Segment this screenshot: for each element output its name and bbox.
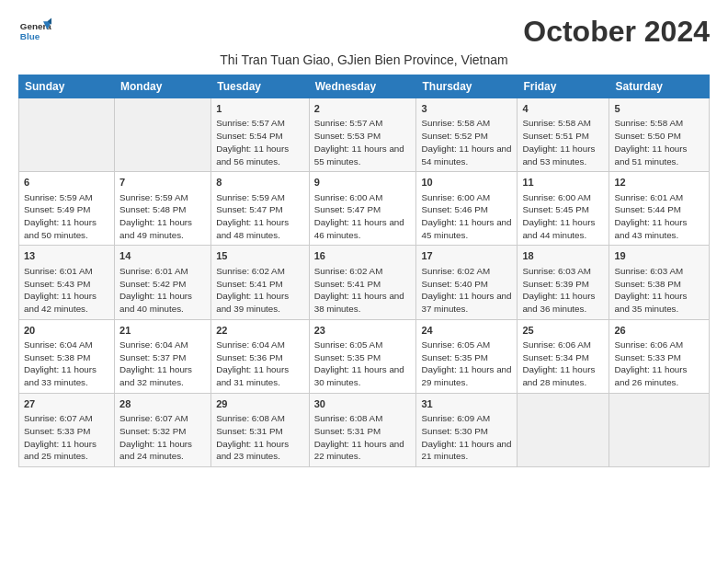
month-title: October 2024 xyxy=(523,15,710,49)
day-info: Sunrise: 6:01 AM Sunset: 5:42 PM Dayligh… xyxy=(119,265,206,316)
calendar-cell: 24Sunrise: 6:05 AM Sunset: 5:35 PM Dayli… xyxy=(416,319,518,393)
day-number: 23 xyxy=(314,324,412,338)
header-friday: Friday xyxy=(518,75,609,98)
calendar-cell: 17Sunrise: 6:02 AM Sunset: 5:40 PM Dayli… xyxy=(416,246,518,319)
day-info: Sunrise: 6:00 AM Sunset: 5:47 PM Dayligh… xyxy=(314,191,412,242)
day-number: 2 xyxy=(314,102,412,116)
day-info: Sunrise: 6:06 AM Sunset: 5:33 PM Dayligh… xyxy=(614,339,704,389)
day-number: 10 xyxy=(421,176,512,190)
day-number: 29 xyxy=(216,397,304,411)
calendar-cell: 31Sunrise: 6:09 AM Sunset: 5:30 PM Dayli… xyxy=(416,393,518,466)
day-info: Sunrise: 5:57 AM Sunset: 5:54 PM Dayligh… xyxy=(216,117,304,167)
week-row-3: 13Sunrise: 6:01 AM Sunset: 5:43 PM Dayli… xyxy=(19,246,710,319)
calendar-cell: 12Sunrise: 6:01 AM Sunset: 5:44 PM Dayli… xyxy=(609,172,710,246)
header-saturday: Saturday xyxy=(609,75,710,98)
header-sunday: Sunday xyxy=(19,75,115,98)
day-number: 18 xyxy=(522,249,604,263)
calendar-subtitle: Thi Tran Tuan Giao, GJien Bien Province,… xyxy=(18,52,710,67)
day-info: Sunrise: 6:03 AM Sunset: 5:39 PM Dayligh… xyxy=(522,265,604,316)
day-number: 25 xyxy=(522,324,604,338)
day-info: Sunrise: 5:59 AM Sunset: 5:47 PM Dayligh… xyxy=(216,191,304,242)
day-number: 24 xyxy=(421,324,512,338)
calendar-cell: 6Sunrise: 5:59 AM Sunset: 5:49 PM Daylig… xyxy=(19,172,115,246)
calendar-cell: 27Sunrise: 6:07 AM Sunset: 5:33 PM Dayli… xyxy=(19,393,115,466)
day-info: Sunrise: 6:09 AM Sunset: 5:30 PM Dayligh… xyxy=(421,412,512,463)
calendar-cell: 28Sunrise: 6:07 AM Sunset: 5:32 PM Dayli… xyxy=(115,393,211,466)
calendar-cell: 10Sunrise: 6:00 AM Sunset: 5:46 PM Dayli… xyxy=(416,172,518,246)
day-number: 15 xyxy=(216,249,304,263)
week-row-1: 1Sunrise: 5:57 AM Sunset: 5:54 PM Daylig… xyxy=(19,98,710,172)
calendar-cell: 20Sunrise: 6:04 AM Sunset: 5:38 PM Dayli… xyxy=(19,319,115,393)
calendar-cell: 8Sunrise: 5:59 AM Sunset: 5:47 PM Daylig… xyxy=(211,172,310,246)
calendar-cell: 1Sunrise: 5:57 AM Sunset: 5:54 PM Daylig… xyxy=(211,98,310,172)
day-number: 11 xyxy=(522,176,604,190)
day-number: 14 xyxy=(119,249,206,263)
calendar-cell: 23Sunrise: 6:05 AM Sunset: 5:35 PM Dayli… xyxy=(309,319,416,393)
logo-icon: General Blue xyxy=(18,15,51,48)
day-info: Sunrise: 5:59 AM Sunset: 5:49 PM Dayligh… xyxy=(24,191,109,242)
calendar-table: SundayMondayTuesdayWednesdayThursdayFrid… xyxy=(18,75,710,467)
day-info: Sunrise: 6:02 AM Sunset: 5:41 PM Dayligh… xyxy=(314,265,412,316)
day-number: 13 xyxy=(24,249,109,263)
day-info: Sunrise: 6:03 AM Sunset: 5:38 PM Dayligh… xyxy=(614,265,704,316)
day-number: 27 xyxy=(24,397,109,411)
day-info: Sunrise: 6:05 AM Sunset: 5:35 PM Dayligh… xyxy=(421,339,512,389)
day-info: Sunrise: 6:00 AM Sunset: 5:46 PM Dayligh… xyxy=(421,191,512,242)
calendar-cell xyxy=(518,393,609,466)
day-number: 8 xyxy=(216,176,304,190)
calendar-cell: 16Sunrise: 6:02 AM Sunset: 5:41 PM Dayli… xyxy=(309,246,416,319)
calendar-cell: 3Sunrise: 5:58 AM Sunset: 5:52 PM Daylig… xyxy=(416,98,518,172)
day-number: 7 xyxy=(119,176,206,190)
week-row-5: 27Sunrise: 6:07 AM Sunset: 5:33 PM Dayli… xyxy=(19,393,710,466)
day-info: Sunrise: 6:06 AM Sunset: 5:34 PM Dayligh… xyxy=(522,339,604,389)
calendar-cell: 15Sunrise: 6:02 AM Sunset: 5:41 PM Dayli… xyxy=(211,246,310,319)
day-number: 22 xyxy=(216,324,304,338)
calendar-cell: 5Sunrise: 5:58 AM Sunset: 5:50 PM Daylig… xyxy=(609,98,710,172)
calendar-cell: 21Sunrise: 6:04 AM Sunset: 5:37 PM Dayli… xyxy=(115,319,211,393)
calendar-cell: 18Sunrise: 6:03 AM Sunset: 5:39 PM Dayli… xyxy=(518,246,609,319)
calendar-cell: 14Sunrise: 6:01 AM Sunset: 5:42 PM Dayli… xyxy=(115,246,211,319)
header-wednesday: Wednesday xyxy=(309,75,416,98)
day-info: Sunrise: 5:59 AM Sunset: 5:48 PM Dayligh… xyxy=(119,191,206,242)
calendar-cell: 25Sunrise: 6:06 AM Sunset: 5:34 PM Dayli… xyxy=(518,319,609,393)
day-number: 17 xyxy=(421,249,512,263)
calendar-cell: 13Sunrise: 6:01 AM Sunset: 5:43 PM Dayli… xyxy=(19,246,115,319)
svg-text:Blue: Blue xyxy=(20,31,40,41)
day-info: Sunrise: 6:00 AM Sunset: 5:45 PM Dayligh… xyxy=(522,191,604,242)
day-info: Sunrise: 6:07 AM Sunset: 5:33 PM Dayligh… xyxy=(24,412,109,463)
header-tuesday: Tuesday xyxy=(211,75,310,98)
day-number: 26 xyxy=(614,324,704,338)
day-info: Sunrise: 6:02 AM Sunset: 5:41 PM Dayligh… xyxy=(216,265,304,316)
day-number: 3 xyxy=(421,102,512,116)
week-row-2: 6Sunrise: 5:59 AM Sunset: 5:49 PM Daylig… xyxy=(19,172,710,246)
day-info: Sunrise: 5:57 AM Sunset: 5:53 PM Dayligh… xyxy=(314,117,412,167)
day-number: 16 xyxy=(314,249,412,263)
day-info: Sunrise: 6:01 AM Sunset: 5:43 PM Dayligh… xyxy=(24,265,109,316)
day-info: Sunrise: 6:08 AM Sunset: 5:31 PM Dayligh… xyxy=(314,412,412,463)
day-number: 19 xyxy=(614,249,704,263)
day-number: 9 xyxy=(314,176,412,190)
days-header-row: SundayMondayTuesdayWednesdayThursdayFrid… xyxy=(19,75,710,98)
day-number: 6 xyxy=(24,176,109,190)
day-number: 30 xyxy=(314,397,412,411)
day-info: Sunrise: 5:58 AM Sunset: 5:52 PM Dayligh… xyxy=(421,117,512,167)
calendar-cell xyxy=(115,98,211,172)
calendar-cell: 30Sunrise: 6:08 AM Sunset: 5:31 PM Dayli… xyxy=(309,393,416,466)
day-info: Sunrise: 5:58 AM Sunset: 5:51 PM Dayligh… xyxy=(522,117,604,167)
day-info: Sunrise: 5:58 AM Sunset: 5:50 PM Dayligh… xyxy=(614,117,704,167)
day-number: 21 xyxy=(119,324,206,338)
calendar-cell: 29Sunrise: 6:08 AM Sunset: 5:31 PM Dayli… xyxy=(211,393,310,466)
logo: General Blue xyxy=(18,15,51,48)
header-monday: Monday xyxy=(115,75,211,98)
calendar-cell: 2Sunrise: 5:57 AM Sunset: 5:53 PM Daylig… xyxy=(309,98,416,172)
calendar-cell: 19Sunrise: 6:03 AM Sunset: 5:38 PM Dayli… xyxy=(609,246,710,319)
day-number: 20 xyxy=(24,324,109,338)
calendar-cell: 11Sunrise: 6:00 AM Sunset: 5:45 PM Dayli… xyxy=(518,172,609,246)
day-number: 31 xyxy=(421,397,512,411)
calendar-cell: 22Sunrise: 6:04 AM Sunset: 5:36 PM Dayli… xyxy=(211,319,310,393)
calendar-cell: 7Sunrise: 5:59 AM Sunset: 5:48 PM Daylig… xyxy=(115,172,211,246)
day-info: Sunrise: 6:04 AM Sunset: 5:37 PM Dayligh… xyxy=(119,339,206,389)
day-info: Sunrise: 6:07 AM Sunset: 5:32 PM Dayligh… xyxy=(119,412,206,463)
calendar-cell xyxy=(609,393,710,466)
day-info: Sunrise: 6:02 AM Sunset: 5:40 PM Dayligh… xyxy=(421,265,512,316)
